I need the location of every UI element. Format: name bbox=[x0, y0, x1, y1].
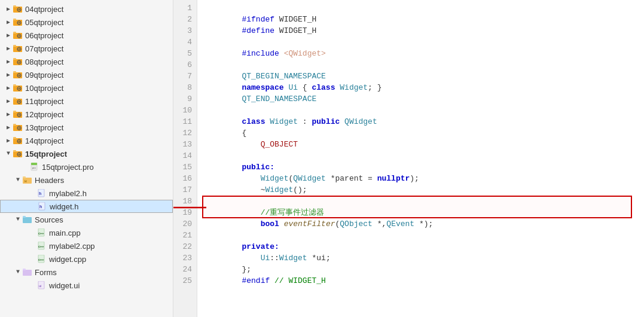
code-content[interactable]: #ifndef WIDGET_H #define WIDGET_H #inclu… bbox=[197, 0, 644, 317]
code-line-24: #endif // WIDGET_H bbox=[205, 264, 637, 275]
sidebar-item-05qtproject[interactable]: 05qtproject bbox=[0, 16, 173, 29]
svg-point-68 bbox=[19, 114, 20, 115]
sidebar-item-mylabel2-cpp[interactable]: c++ mylabel2.cpp bbox=[0, 239, 173, 252]
ui-file-icon: ui bbox=[37, 281, 47, 289]
arrow-icon bbox=[14, 176, 22, 184]
sidebar-item-sources[interactable]: Sources bbox=[0, 213, 173, 226]
sidebar-item-06qtproject[interactable]: 06qtproject bbox=[0, 29, 173, 42]
svg-rect-42 bbox=[13, 71, 16, 73]
svg-rect-90 bbox=[13, 150, 16, 152]
code-editor[interactable]: 1 2 3 4 5 6 7 8 9 10 11 12 13 14 15 16 1… bbox=[173, 0, 644, 317]
code-line-12: Q_OBJECT bbox=[205, 127, 637, 139]
svg-point-92 bbox=[19, 154, 20, 155]
arrow-icon bbox=[5, 58, 12, 65]
svg-text:c++: c++ bbox=[38, 231, 44, 235]
project-tree[interactable]: 04qtproject 05qtproject bbox=[0, 0, 173, 317]
svg-text:h: h bbox=[39, 191, 41, 196]
sidebar-item-label: widget.cpp bbox=[49, 255, 86, 264]
qtproject-icon bbox=[13, 18, 23, 26]
qtproject-icon bbox=[13, 150, 23, 158]
sidebar-item-label: 04qtproject bbox=[25, 5, 63, 14]
sidebar-item-label: 12qtproject bbox=[25, 110, 63, 119]
sidebar-item-10qtproject[interactable]: 10qtproject bbox=[0, 81, 173, 95]
svg-text:c++: c++ bbox=[38, 245, 44, 248]
sidebar-item-label: 15qtproject.pro bbox=[42, 163, 94, 172]
qtproject-icon bbox=[13, 123, 23, 132]
svg-rect-101 bbox=[23, 176, 26, 178]
svg-rect-10 bbox=[13, 19, 16, 20]
sidebar-item-label: 11qtproject bbox=[25, 97, 63, 106]
svg-rect-18 bbox=[13, 32, 16, 33]
code-line-18: //重写事件过滤器 bbox=[205, 196, 637, 207]
sidebar-item-08qtproject[interactable]: 08qtproject bbox=[0, 55, 173, 68]
sidebar-item-label: widget.h bbox=[50, 202, 78, 211]
sidebar-item-forms[interactable]: Forms bbox=[0, 266, 173, 279]
sidebar-item-widget-ui[interactable]: ui widget.ui bbox=[0, 279, 173, 292]
qtproject-icon bbox=[13, 136, 23, 145]
sidebar-item-label: 15qtproject bbox=[25, 150, 67, 158]
sidebar-item-mylabel2-h[interactable]: h mylabel2.h bbox=[0, 187, 173, 200]
svg-point-4 bbox=[19, 9, 20, 10]
arrow-icon bbox=[5, 97, 12, 105]
svg-point-52 bbox=[19, 88, 20, 89]
sidebar-item-07qtproject[interactable]: 07qtproject bbox=[0, 42, 173, 55]
svg-rect-82 bbox=[13, 137, 16, 139]
sidebar-item-label: 14qtproject bbox=[25, 136, 63, 145]
sidebar-item-label: 06qtproject bbox=[25, 31, 63, 40]
sidebar-item-label: 09qtproject bbox=[25, 71, 63, 80]
arrow-icon bbox=[14, 269, 22, 276]
arrow-icon bbox=[5, 150, 12, 157]
sidebar-item-04qtproject[interactable]: 04qtproject bbox=[0, 2, 173, 16]
svg-rect-58 bbox=[13, 97, 16, 99]
sidebar-item-widget-cpp[interactable]: c++ widget.cpp bbox=[0, 252, 173, 266]
sidebar-item-12qtproject[interactable]: 12qtproject bbox=[0, 108, 173, 121]
svg-rect-66 bbox=[13, 111, 16, 112]
sidebar-item-label: 07qtproject bbox=[25, 44, 63, 53]
svg-rect-26 bbox=[13, 45, 16, 47]
sidebar-item-13qtproject[interactable]: 13qtproject bbox=[0, 121, 173, 134]
qtproject-icon bbox=[13, 71, 23, 79]
line-numbers: 1 2 3 4 5 6 7 8 9 10 11 12 13 14 15 16 1… bbox=[173, 0, 197, 317]
h-file-icon: h bbox=[38, 202, 47, 211]
sidebar-item-15qtproject-pro[interactable]: pro 15qtproject.pro bbox=[0, 160, 173, 173]
sidebar-item-main-cpp[interactable]: c++ main.cpp bbox=[0, 226, 173, 239]
qtproject-icon bbox=[13, 31, 23, 39]
cpp-file-icon: c++ bbox=[37, 255, 47, 263]
svg-point-28 bbox=[19, 48, 20, 50]
folder-icon bbox=[23, 268, 32, 276]
svg-rect-107 bbox=[23, 217, 32, 223]
sidebar-item-09qtproject[interactable]: 09qtproject bbox=[0, 68, 173, 81]
qtproject-icon bbox=[13, 97, 23, 105]
folder-icon: H bbox=[23, 176, 32, 184]
code-line-10: class Widget : public QWidget bbox=[205, 105, 637, 116]
sidebar-item-11qtproject[interactable]: 11qtproject bbox=[0, 95, 173, 108]
pro-file-icon: pro bbox=[30, 163, 39, 171]
sidebar-item-label: 13qtproject bbox=[25, 123, 63, 132]
svg-rect-115 bbox=[23, 270, 32, 276]
svg-rect-34 bbox=[13, 58, 16, 60]
cpp-file-icon: c++ bbox=[37, 242, 47, 250]
sidebar-item-label: Headers bbox=[35, 176, 64, 185]
code-line-14: public: bbox=[205, 150, 637, 161]
code-line-21: private: bbox=[205, 230, 637, 241]
arrow-icon bbox=[5, 84, 12, 92]
svg-text:c++: c++ bbox=[38, 258, 44, 261]
sidebar-item-widget-h[interactable]: h widget.h bbox=[0, 200, 173, 213]
svg-point-20 bbox=[19, 35, 20, 36]
cpp-file-icon: c++ bbox=[37, 228, 47, 237]
code-line-4: #include <QWidget> bbox=[205, 36, 637, 48]
sidebar-item-label: 05qtproject bbox=[25, 18, 63, 27]
svg-rect-108 bbox=[23, 216, 26, 218]
svg-rect-50 bbox=[13, 84, 16, 86]
arrow-icon bbox=[5, 45, 12, 52]
sidebar-item-label: Forms bbox=[35, 268, 57, 277]
arrow-icon bbox=[5, 19, 12, 26]
arrow-icon bbox=[5, 32, 12, 39]
sidebar-item-14qtproject[interactable]: 14qtproject bbox=[0, 134, 173, 147]
sidebar-item-15qtproject[interactable]: 15qtproject bbox=[0, 147, 173, 160]
svg-point-76 bbox=[19, 127, 20, 129]
svg-point-60 bbox=[19, 101, 20, 102]
sidebar-item-headers[interactable]: H Headers bbox=[0, 173, 173, 187]
sidebar-item-label: 10qtproject bbox=[25, 84, 63, 93]
qtproject-icon bbox=[13, 5, 23, 13]
